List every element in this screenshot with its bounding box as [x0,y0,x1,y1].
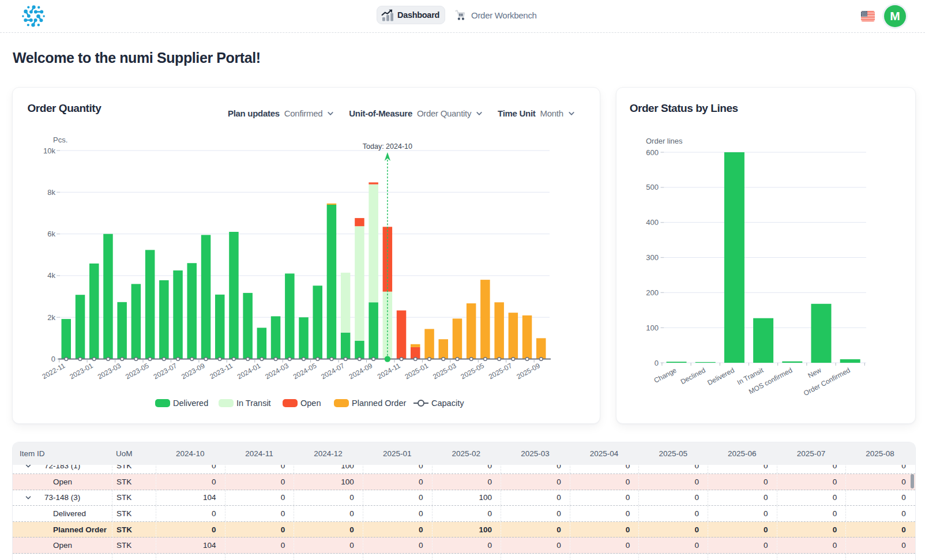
svg-text:Order lines: Order lines [646,137,683,145]
svg-text:2023-11: 2023-11 [208,362,234,381]
svg-text:New: New [807,366,823,380]
svg-text:2023-07: 2023-07 [152,362,179,381]
svg-text:Today: 2024-10: Today: 2024-10 [363,142,412,151]
svg-text:2024-11: 2024-11 [376,362,402,381]
svg-text:Delivered: Delivered [173,399,208,408]
svg-text:Change: Change [653,366,678,385]
svg-text:100: 100 [646,324,659,332]
svg-text:Pcs.: Pcs. [53,136,67,144]
svg-text:Declined: Declined [679,366,707,386]
svg-text:In Transit: In Transit [236,399,271,408]
svg-text:600: 600 [646,148,659,157]
svg-text:0: 0 [655,359,659,367]
svg-text:Delivered: Delivered [706,366,735,387]
svg-text:Open: Open [300,399,321,408]
svg-text:500: 500 [646,183,659,191]
svg-text:10k: 10k [43,146,55,155]
svg-text:2025-05: 2025-05 [460,362,486,381]
svg-text:400: 400 [646,218,659,227]
svg-text:2025-01: 2025-01 [404,362,430,381]
svg-text:2k: 2k [47,313,55,322]
svg-text:2025-07: 2025-07 [487,362,514,381]
svg-text:2024-03: 2024-03 [264,362,290,381]
svg-text:200: 200 [646,288,659,297]
svg-text:Capacity: Capacity [431,399,464,408]
svg-text:2023-03: 2023-03 [96,362,123,381]
svg-text:2023-09: 2023-09 [180,362,206,381]
svg-text:Planned Order: Planned Order [352,399,406,408]
svg-text:6k: 6k [47,230,55,238]
svg-text:2025-09: 2025-09 [515,362,542,381]
svg-text:2023-05: 2023-05 [124,362,151,381]
svg-text:2022-11: 2022-11 [41,362,67,381]
svg-text:4k: 4k [47,271,55,280]
svg-text:2025-03: 2025-03 [431,362,458,381]
svg-text:2024-05: 2024-05 [292,362,318,381]
svg-text:300: 300 [646,253,659,262]
svg-text:0: 0 [51,355,55,363]
svg-text:2024-09: 2024-09 [348,362,374,381]
svg-text:2024-07: 2024-07 [319,362,346,381]
svg-text:2024-01: 2024-01 [236,362,262,381]
svg-text:2023-01: 2023-01 [68,362,95,381]
svg-text:8k: 8k [47,188,55,197]
